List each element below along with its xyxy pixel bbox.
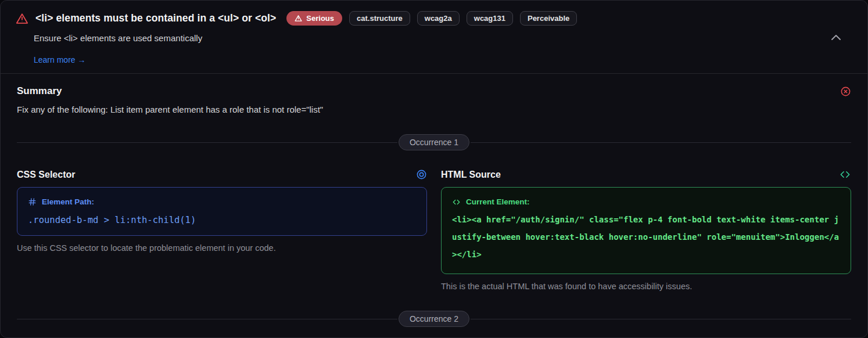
html-source-box: Current Element: <li><a href="/auth/sign… <box>441 187 851 274</box>
header-divider <box>1 73 867 74</box>
issue-header: <li> elements must be contained in a <ul… <box>1 1 867 73</box>
accessibility-issue-card: <li> elements must be contained in a <ul… <box>0 0 868 338</box>
css-selector-caption: Use this CSS selector to locate the prob… <box>17 243 427 253</box>
error-circle-icon[interactable] <box>840 86 851 97</box>
tag-cat-structure: cat.structure <box>349 11 410 26</box>
element-path-label: Element Path: <box>42 197 94 206</box>
divider-line <box>471 319 851 319</box>
tag-wcag2a: wcag2a <box>417 11 460 26</box>
divider-line <box>17 142 397 143</box>
severity-badge: Serious <box>286 11 342 26</box>
collapse-button[interactable] <box>829 31 843 45</box>
issue-title: <li> elements must be contained in a <ul… <box>35 12 276 24</box>
severity-label: Serious <box>306 14 334 23</box>
target-icon <box>416 169 427 180</box>
code-icon <box>839 169 851 180</box>
html-source-header-row: HTML Source <box>441 169 851 180</box>
css-selector-column: CSS Selector <box>17 169 427 253</box>
html-source-caption: This is the actual HTML that was found t… <box>441 282 851 291</box>
hash-icon <box>28 197 37 206</box>
occurrence-2-pill: Occurrence 2 <box>399 311 469 327</box>
occurrence-2-divider: Occurrence 2 <box>17 311 851 327</box>
occurrence-1-pill: Occurrence 1 <box>399 134 469 150</box>
divider-line <box>471 142 851 143</box>
element-path-row: Element Path: <box>28 197 416 206</box>
html-source-heading: HTML Source <box>441 170 501 180</box>
css-selector-heading: CSS Selector <box>17 170 75 180</box>
issue-description: Ensure <li> elements are used semantical… <box>34 33 851 43</box>
occurrence-1-columns: CSS Selector <box>17 169 851 291</box>
current-element-label: Current Element: <box>466 197 530 206</box>
current-element-row: Current Element: <box>452 197 840 206</box>
summary-text: Fix any of the following: List item pare… <box>17 105 851 114</box>
chevron-up-icon <box>829 31 843 45</box>
css-selector-value: .rounded-b-md > li:nth-child(1) <box>28 215 416 225</box>
css-selector-header-row: CSS Selector <box>17 169 427 180</box>
tag-perceivable: Perceivable <box>520 11 577 26</box>
severity-warning-icon <box>295 15 302 22</box>
divider-line <box>17 319 397 319</box>
learn-more-link[interactable]: Learn more → <box>34 55 85 64</box>
html-source-code: <li><a href="/auth/signin/" class="flex … <box>452 211 840 263</box>
warning-triangle-icon <box>16 12 28 25</box>
summary-heading: Summary <box>17 85 62 97</box>
issue-body: Summary Fix any of the following: List i… <box>1 85 867 327</box>
code-brackets-icon <box>452 198 461 206</box>
issue-header-row: <li> elements must be contained in a <ul… <box>16 11 851 26</box>
summary-header-row: Summary <box>17 85 851 97</box>
tag-wcag131: wcag131 <box>467 11 513 26</box>
css-selector-box: Element Path: .rounded-b-md > li:nth-chi… <box>17 187 427 236</box>
occurrence-1-divider: Occurrence 1 <box>17 134 851 150</box>
html-source-column: HTML Source <box>441 169 851 291</box>
